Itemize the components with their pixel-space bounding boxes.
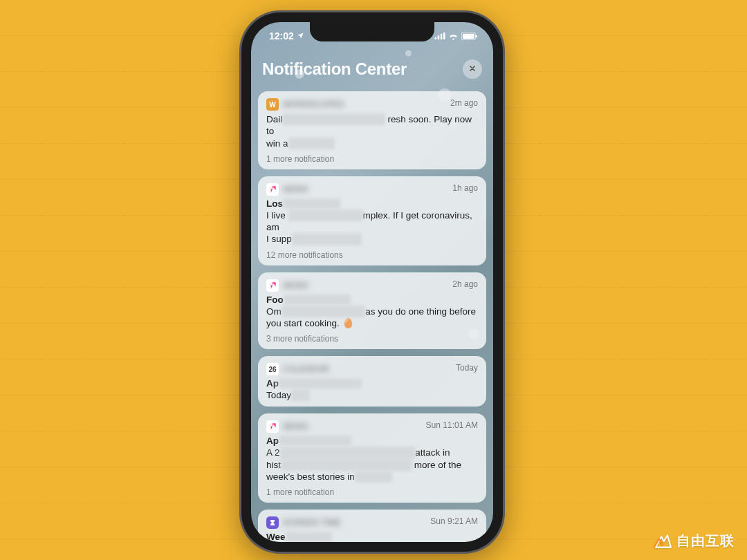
notification-body: A 2xxxxxxxxxxxxxxxxxxxxxxxxxxxxxattack i… — [266, 447, 478, 483]
app-icon — [266, 420, 279, 433]
notification-title: Losxxxxxxxxxxx — [266, 198, 478, 209]
notch — [310, 22, 434, 41]
signal-icon — [434, 32, 445, 39]
app-name: NEWS — [283, 422, 308, 431]
close-button[interactable] — [463, 59, 482, 79]
notification-title: Weexxxxxxxxx — [266, 532, 478, 542]
watermark: 自由互联 — [653, 532, 735, 550]
notification-title: Apxxxxxxxxxxxxxxxx — [266, 378, 478, 389]
status-time: 12:02 — [269, 30, 294, 41]
page-title: Notification Center — [262, 59, 407, 79]
battery-icon — [461, 32, 478, 40]
notification-body: Todayxxxx — [266, 389, 478, 401]
more-notifications[interactable]: 1 more notification — [266, 154, 478, 164]
app-icon — [266, 279, 279, 292]
app-icon — [266, 183, 279, 196]
wifi-icon — [448, 32, 459, 40]
app-name: NEWS — [283, 281, 308, 290]
more-notifications[interactable]: 1 more notification — [266, 487, 478, 497]
timestamp: Today — [456, 363, 478, 373]
svg-rect-3 — [443, 32, 445, 39]
location-icon — [297, 30, 304, 41]
close-icon — [468, 63, 477, 75]
notification-title: Fooxxxxxxxxxxxxx — [266, 295, 478, 305]
app-name: WORDSCAPES — [283, 100, 344, 109]
timestamp: 1h ago — [452, 183, 478, 193]
notification-body: Omxxxxxxxxxxxxxxxxxxas you do one thing … — [266, 306, 478, 330]
phone-frame: 12:02 Notification Center — [241, 12, 503, 552]
timestamp: Sun 9:21 AM — [430, 516, 478, 526]
svg-rect-5 — [463, 33, 474, 38]
svg-rect-6 — [476, 35, 477, 37]
notification-card[interactable]: SCREEN TIME Sun 9:21 AM Weexxxxxxxxx You… — [258, 510, 486, 542]
more-notifications[interactable]: 12 more notifications — [266, 250, 478, 260]
watermark-text: 自由互联 — [676, 532, 735, 550]
header: Notification Center — [251, 50, 493, 86]
app-icon: W — [266, 98, 279, 111]
notification-card[interactable]: NEWS 2h ago Fooxxxxxxxxxxxxx Omxxxxxxxxx… — [258, 272, 486, 350]
notification-body: I live xxxxxxxxxxxxxxxxmplex. If I get c… — [266, 209, 478, 245]
timestamp: 2m ago — [450, 98, 478, 108]
notification-list[interactable]: W WORDSCAPES 2m ago Dailyxxxxxxxxxxxxxxx… — [251, 91, 493, 542]
notification-card[interactable]: 26 CALENDAR Today Apxxxxxxxxxxxxxxxx Tod… — [258, 356, 486, 407]
more-notifications[interactable]: 3 more notifications — [266, 334, 478, 344]
notification-title: Apxxxxxxxxxxxxxx — [266, 436, 478, 446]
timestamp: 2h ago — [452, 279, 478, 289]
notification-body: Dailyxxxxxxxxxxxxxxxxxxxxx resh soon. Pl… — [266, 113, 478, 149]
screen: 12:02 Notification Center — [251, 22, 493, 542]
watermark-icon — [653, 533, 672, 550]
app-icon — [266, 516, 279, 529]
svg-rect-2 — [441, 34, 443, 39]
notification-card[interactable]: W WORDSCAPES 2m ago Dailyxxxxxxxxxxxxxxx… — [258, 91, 486, 169]
notification-card[interactable]: NEWS Sun 11:01 AM Apxxxxxxxxxxxxxx A 2xx… — [258, 413, 486, 503]
svg-rect-1 — [438, 35, 440, 39]
notification-card[interactable]: NEWS 1h ago Losxxxxxxxxxxx I live xxxxxx… — [258, 176, 486, 265]
timestamp: Sun 11:01 AM — [426, 420, 478, 430]
app-name: CALENDAR — [283, 364, 329, 374]
app-name: SCREEN TIME — [283, 518, 341, 528]
app-name: NEWS — [283, 185, 308, 194]
svg-rect-0 — [435, 37, 437, 39]
app-icon: 26 — [266, 363, 279, 375]
